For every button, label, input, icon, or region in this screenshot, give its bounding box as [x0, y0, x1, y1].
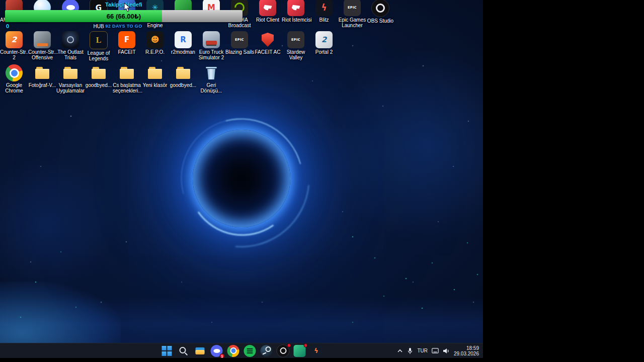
desktop-icon-label: OBS Studio — [366, 18, 394, 29]
folder-icon — [62, 64, 79, 81]
desktop-icon-faceit[interactable]: FFACEIT — [113, 31, 141, 60]
taskbar-pinned-apps: 1ϟ — [159, 343, 324, 358]
desktop-icon-label: League ofLegends — [85, 50, 113, 61]
desktop-icon-label: Blitz — [310, 17, 338, 28]
desktop-icon-blitz[interactable]: ϟBlitz — [310, 0, 338, 28]
keyboard-icon[interactable] — [432, 348, 439, 353]
desktop-icon-label: Blazing Sails — [225, 49, 254, 60]
obs-icon — [371, 0, 389, 17]
desktop-icon-folder-goodbyed-1[interactable]: goodbyed... — [85, 64, 113, 94]
desktop-icon-label: Yeni klasör — [141, 82, 169, 94]
desktop-icon-label: goodbyed... — [169, 82, 197, 94]
desktop-icon-folder-cs-baslatma[interactable]: Cs başlatmaseçenekleri... — [113, 64, 141, 94]
taskbar-obs-studio-button[interactable] — [276, 343, 291, 358]
desktop-icon-label: VarsayılanUygulamalar — [56, 82, 85, 94]
desktop-icon-google-chrome[interactable]: GoogleChrome — [0, 64, 28, 94]
mouse-cursor — [124, 3, 132, 13]
desktop-icon-blazing-sails[interactable]: EPICBlazing Sails — [225, 31, 254, 60]
desktop-icon-label: StardewValley — [282, 49, 310, 60]
desktop-icon-label: FACEIT — [113, 49, 141, 60]
folder-icon — [90, 64, 107, 81]
desktop-icon-label: FACEIT AC — [254, 49, 282, 60]
repo-icon: ☻ — [146, 31, 164, 48]
taskbar: 1ϟ TUR — [0, 343, 483, 358]
r2mm-icon: R — [175, 31, 192, 48]
spotify-icon — [244, 345, 256, 357]
discord-icon: 1 — [211, 345, 223, 357]
desktop-icon-counter-strike-offensive[interactable]: Counter-Str...Offensive — [28, 31, 56, 60]
desktop-icon-euro-truck-simulator-2[interactable]: Euro TruckSimulator 2 — [197, 31, 225, 60]
desktop-icon-folder-fotograf[interactable]: Fotoğraf-V... — [28, 64, 56, 94]
desktop: AMD SoftwareGHUB✳EngineMNVIDIABroadcastR… — [0, 0, 483, 358]
taskbar-clock[interactable]: 18:59 29.03.2026 — [454, 345, 479, 356]
folder-icon — [146, 64, 164, 81]
desktop-icon-label: Cs başlatmaseçenekleri... — [113, 82, 141, 94]
desktop-icon-label: Counter-Str...Offensive — [28, 49, 56, 60]
language-indicator[interactable]: TUR — [417, 348, 428, 353]
desktop-icon-the-outlast-trials[interactable]: The OutlastTrials — [56, 31, 85, 60]
desktop-icon-repo[interactable]: ☻R.E.P.O. — [141, 31, 169, 60]
taskbar-steam-button[interactable] — [259, 343, 274, 358]
desktop-icon-label: Counter-Str...2 — [0, 49, 28, 60]
epic-icon: EPIC — [231, 31, 248, 48]
desktop-icon-recycle-bin[interactable]: GeriDönüşü... — [197, 64, 225, 94]
ets2-icon — [203, 31, 220, 48]
blitz-icon: ϟ — [315, 0, 333, 16]
folder-icon — [118, 64, 135, 81]
desktop-icon-label: Epic GamesLauncher — [338, 17, 366, 28]
desktop-icon-portal-2[interactable]: 2Portal 2 — [310, 31, 338, 60]
desktop-icon-label: Riot İstemcisi — [282, 17, 310, 28]
desktop-icon-label: Fotoğraf-V... — [28, 82, 56, 94]
taskbar-spotify-button[interactable] — [243, 343, 258, 358]
search-icon — [178, 345, 190, 357]
desktop-icon-riot-client[interactable]: Riot Client — [254, 0, 282, 28]
faceit-icon: F — [118, 31, 135, 48]
file-explorer-icon — [194, 345, 206, 357]
desktop-icon-faceit-ac[interactable]: FACEIT AC — [254, 31, 282, 60]
desktop-icon-stardew-valley[interactable]: EPICStardewValley — [282, 31, 310, 60]
desktop-icon-riot-istemcisi[interactable]: Riot İstemcisi — [282, 0, 310, 28]
notification-badge — [304, 343, 308, 347]
microphone-icon[interactable] — [407, 347, 413, 354]
desktop-icon-epic-games-launcher[interactable]: EPICEpic GamesLauncher — [338, 0, 366, 28]
desktop-icon-counter-strike-2[interactable]: 2Counter-Str...2 — [0, 31, 28, 60]
steam-icon — [261, 345, 273, 357]
desktop-icon-grid: AMD SoftwareGHUB✳EngineMNVIDIABroadcastR… — [0, 0, 483, 358]
desktop-icon-label: Riot Client — [254, 17, 282, 28]
desktop-icon-folder-goodbyed-2[interactable]: goodbyed... — [169, 64, 197, 94]
epic-icon: EPIC — [287, 31, 304, 48]
tray-overflow-chevron-icon[interactable] — [397, 348, 403, 354]
taskbar-chrome-button[interactable] — [226, 343, 241, 358]
taskbar-start-button[interactable] — [159, 343, 175, 358]
chrome-icon — [227, 345, 239, 357]
desktop-icon-label: GeriDönüşü... — [197, 82, 225, 94]
taskbar-file-explorer-button[interactable] — [193, 343, 208, 358]
taskbar-discord-button[interactable]: 1 — [209, 343, 224, 358]
notification-badge: 1 — [220, 353, 225, 358]
recycle-icon — [203, 64, 220, 81]
riot-icon — [259, 0, 276, 16]
desktop-icon-label: Euro TruckSimulator 2 — [197, 49, 225, 60]
csgo-icon — [34, 31, 51, 48]
desktop-icon-obs-studio[interactable]: OBS Studio — [366, 0, 394, 29]
taskbar-search-button[interactable] — [176, 343, 191, 358]
start-icon — [161, 345, 173, 357]
volume-icon[interactable] — [443, 348, 450, 354]
desktop-icon-r2modman[interactable]: Rr2modman — [169, 31, 197, 60]
system-tray: TUR 18:59 29.03.2026 — [397, 343, 482, 358]
portal2-icon: 2 — [315, 31, 333, 48]
chrome-icon — [6, 64, 23, 81]
cs2-icon: 2 — [6, 31, 23, 48]
taskbar-wallpaper-engine-button[interactable] — [292, 343, 307, 358]
screen: AMD SoftwareGHUB✳EngineMNVIDIABroadcastR… — [0, 0, 644, 362]
desktop-icon-folder-yeni-klasor[interactable]: Yeni klasör — [141, 64, 169, 94]
lol-icon: L — [90, 31, 108, 49]
epic-icon: EPIC — [344, 0, 361, 16]
desktop-icon-label: goodbyed... — [85, 82, 113, 94]
desktop-icon-folder-varsayilan-uygulamalar[interactable]: VarsayılanUygulamalar — [56, 64, 85, 94]
desktop-icon-league-of-legends[interactable]: LLeague ofLegends — [85, 31, 113, 61]
taskbar-blitz-app-button[interactable]: ϟ — [309, 343, 324, 358]
desktop-icon-label: GoogleChrome — [0, 82, 28, 94]
desktop-icon-label: The OutlastTrials — [56, 49, 85, 60]
wallpaper-engine-icon — [294, 345, 306, 357]
